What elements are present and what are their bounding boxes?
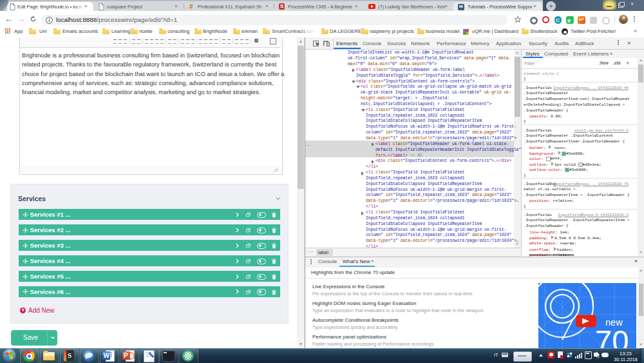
svg-text:70: 70 bbox=[595, 324, 629, 348]
